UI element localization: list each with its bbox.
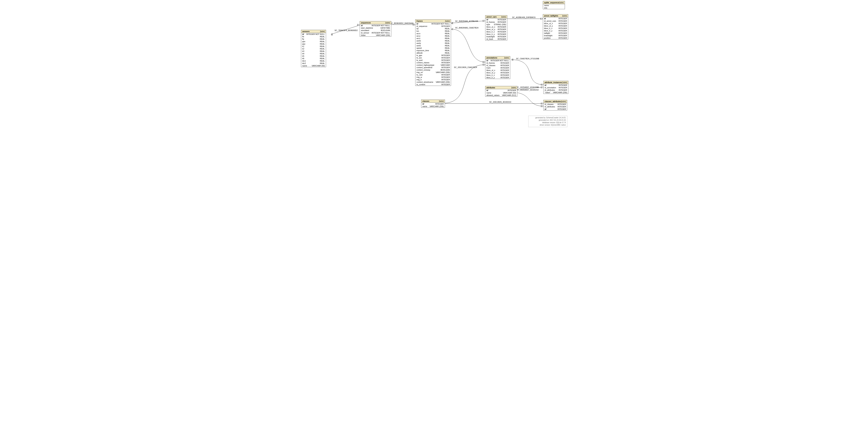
column-type: INTEGER — [500, 72, 509, 74]
column-name: id_sequence — [416, 25, 427, 27]
column-type: VARCHAR — [441, 64, 450, 66]
column-type: REAL — [320, 43, 325, 45]
column-type: REAL — [320, 60, 325, 62]
column-row: positionINTEGER — [543, 37, 568, 39]
column-type: INTEGER NOT NULL — [431, 23, 450, 25]
column-name: accy — [416, 35, 421, 37]
column-type: INTEGER — [441, 66, 450, 68]
column-type: VARCHAR (200) — [436, 81, 450, 83]
column-name: id — [544, 18, 546, 20]
rel-label: SC_B48284A6_A32BE438 — [455, 20, 478, 22]
rel-label: SC_760A23F9_BD9E80D2 — [335, 29, 358, 31]
column-row: k2REAL — [301, 47, 326, 50]
column-name: bbox_lr_x — [544, 27, 552, 29]
column-row: id_sensorINTEGER NOT NULL — [360, 32, 391, 34]
column-name: id_attributes — [545, 106, 555, 108]
column-name: fly — [302, 38, 304, 40]
column-name: name — [487, 92, 491, 94]
column-type: DATETIME — [380, 27, 390, 29]
column-row: context_onewayBOOLEAN — [415, 69, 451, 71]
column-type: REAL — [445, 30, 450, 32]
column-row: ts_contextINTEGER — [415, 83, 451, 86]
column-type: INTEGER — [441, 84, 450, 86]
column-row: nameVARCHAR (256) — [421, 105, 445, 107]
column-name: context_oneway — [416, 69, 430, 71]
column-type: INTEGER — [441, 76, 450, 78]
column-type: INTEGER NOT NULL — [491, 60, 509, 62]
column-name: flx — [302, 36, 304, 38]
column-type: INTEGER — [559, 84, 567, 86]
column-name: avely — [416, 42, 421, 44]
table-name: frames — [416, 20, 423, 22]
column-row: seq — [543, 7, 565, 9]
column-type: INTEGER — [500, 67, 509, 69]
column-name: brakelight — [544, 35, 552, 37]
column-type: INTEGER NOT NULL — [372, 25, 390, 27]
column-type: VARCHAR (50) — [312, 65, 325, 67]
table-tag: [table] — [501, 16, 506, 18]
column-name: exposure_time — [416, 49, 429, 52]
column-type: VARCHAR (256) — [430, 105, 444, 107]
column-row: tdc1REAL — [301, 60, 326, 62]
table-sensors: sensors[table]idINTEGER NOT NULLflxREALf… — [301, 30, 326, 67]
column-type: REAL — [445, 47, 450, 49]
table-tag: [table] — [320, 31, 325, 32]
column-type: REAL — [320, 55, 325, 57]
column-row: tdc2REAL — [301, 62, 326, 65]
column-type: REAL — [445, 42, 450, 44]
table-classes: classes[table]idINTEGERnameVARCHAR (256) — [421, 100, 445, 108]
column-type: VARCHAR (512) — [502, 94, 516, 96]
column-row: img_wINTEGER — [415, 76, 451, 78]
column-name: ts_context — [416, 84, 425, 86]
table-tag: [table] — [559, 2, 564, 4]
rel-label: SC_32E13826_C6AD7B24 — [454, 66, 477, 68]
column-name: id_classes — [545, 103, 553, 105]
column-type: REAL — [445, 49, 450, 52]
column-type: INTEGER — [441, 54, 450, 56]
column-row: ts_camINTEGER — [415, 73, 451, 76]
column-type: REAL — [445, 35, 450, 37]
column-name: context_speedlimit — [416, 66, 432, 68]
column-name: avelz — [416, 44, 421, 47]
rel-label: SC_32E13826_40165310 — [489, 101, 511, 103]
column-type: INTEGER — [498, 19, 506, 21]
column-name: bbox_ul_x — [544, 22, 553, 25]
table-header: annot_cars[table] — [485, 15, 507, 19]
table-name: attributes — [487, 87, 495, 89]
column-row: ppxREAL — [301, 40, 326, 43]
column-row: ts_avelINTEGER — [415, 59, 451, 61]
rel-label: SC_C6AD7B24_3715109B — [516, 58, 539, 60]
rel-label: SC_182DA957_3715109B — [516, 86, 539, 88]
column-name: bbox_lr_y — [544, 30, 552, 32]
column-name: ts_acc — [416, 57, 422, 59]
table-header: sensors[table] — [301, 30, 326, 33]
column-row: trackINTEGER — [485, 67, 510, 69]
column-name: lon — [416, 30, 419, 32]
column-row: bbox_ul_yINTEGER — [543, 25, 568, 27]
column-name: id_frames — [487, 21, 495, 23]
column-type: INTEGER — [498, 31, 506, 33]
column-name: bbox_ul_y — [487, 72, 495, 74]
column-type: INTEGER — [498, 21, 506, 23]
column-name: id — [545, 84, 546, 86]
column-type: REAL — [320, 48, 325, 50]
column-name: img_w — [416, 76, 422, 78]
column-row: bbox_lr_xINTEGER — [485, 74, 510, 76]
column-row: id_sequenceINTEGER — [415, 25, 451, 27]
column-name: k6 — [302, 57, 304, 60]
column-row: ppyREAL — [301, 43, 326, 45]
column-row: latREAL — [415, 27, 451, 30]
table-name: sqlite_sequence — [544, 2, 559, 4]
column-name: simulated — [361, 29, 369, 31]
column-row: start_datetimeDATETIME — [360, 27, 391, 29]
column-row: context_nlanesINTEGER — [415, 61, 451, 64]
column-type: REAL — [320, 53, 325, 55]
rel-label: SC_182DA957_40165310 — [516, 89, 538, 91]
column-row: context_streetnameVARCHAR (200) — [415, 81, 451, 83]
table-tag: [table] — [512, 87, 516, 89]
column-row: idINTEGER — [544, 84, 568, 87]
column-name: ppx — [302, 40, 305, 42]
column-name: tdc1 — [302, 60, 306, 62]
column-name: k2 — [302, 48, 304, 50]
column-type: INTEGER — [500, 69, 509, 71]
